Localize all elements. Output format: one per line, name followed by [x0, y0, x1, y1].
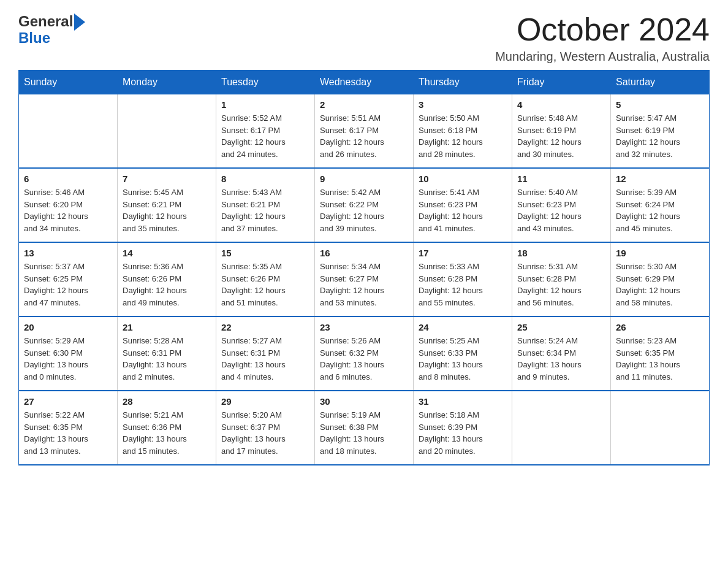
weekday-header-monday: Monday [118, 71, 216, 94]
day-info: Sunrise: 5:39 AM Sunset: 6:24 PM Dayligh… [616, 186, 704, 234]
calendar-cell: 5Sunrise: 5:47 AM Sunset: 6:19 PM Daylig… [611, 94, 710, 169]
day-number: 11 [517, 174, 605, 184]
day-number: 6 [24, 174, 112, 184]
day-info: Sunrise: 5:43 AM Sunset: 6:21 PM Dayligh… [221, 186, 309, 234]
calendar-cell: 28Sunrise: 5:21 AM Sunset: 6:36 PM Dayli… [118, 391, 216, 465]
calendar-cell: 27Sunrise: 5:22 AM Sunset: 6:35 PM Dayli… [19, 391, 118, 465]
calendar-cell: 9Sunrise: 5:42 AM Sunset: 6:22 PM Daylig… [315, 168, 414, 242]
calendar-table: SundayMondayTuesdayWednesdayThursdayFrid… [18, 70, 710, 465]
logo: General Blue [18, 12, 88, 47]
calendar-body: 1Sunrise: 5:52 AM Sunset: 6:17 PM Daylig… [19, 94, 710, 465]
day-number: 2 [320, 99, 408, 110]
calendar-cell: 23Sunrise: 5:26 AM Sunset: 6:32 PM Dayli… [315, 316, 414, 391]
day-number: 3 [419, 99, 507, 110]
day-info: Sunrise: 5:37 AM Sunset: 6:25 PM Dayligh… [24, 261, 112, 308]
day-number: 10 [419, 174, 507, 184]
day-info: Sunrise: 5:45 AM Sunset: 6:21 PM Dayligh… [123, 186, 211, 234]
day-info: Sunrise: 5:48 AM Sunset: 6:19 PM Dayligh… [517, 112, 605, 160]
day-info: Sunrise: 5:41 AM Sunset: 6:23 PM Dayligh… [419, 186, 507, 234]
calendar-week-4: 20Sunrise: 5:29 AM Sunset: 6:30 PM Dayli… [19, 316, 710, 391]
calendar-cell: 16Sunrise: 5:34 AM Sunset: 6:27 PM Dayli… [315, 242, 414, 316]
day-number: 30 [320, 396, 408, 407]
calendar-cell: 3Sunrise: 5:50 AM Sunset: 6:18 PM Daylig… [414, 94, 512, 169]
day-info: Sunrise: 5:47 AM Sunset: 6:19 PM Dayligh… [616, 112, 704, 160]
day-number: 24 [419, 322, 507, 332]
weekday-header-saturday: Saturday [611, 71, 710, 94]
day-info: Sunrise: 5:22 AM Sunset: 6:35 PM Dayligh… [24, 409, 112, 457]
day-number: 5 [616, 99, 704, 110]
day-info: Sunrise: 5:27 AM Sunset: 6:31 PM Dayligh… [221, 335, 309, 383]
weekday-header-sunday: Sunday [19, 71, 118, 94]
day-number: 1 [221, 99, 309, 110]
day-info: Sunrise: 5:21 AM Sunset: 6:36 PM Dayligh… [123, 409, 211, 457]
calendar-cell: 10Sunrise: 5:41 AM Sunset: 6:23 PM Dayli… [414, 168, 512, 242]
calendar-cell: 20Sunrise: 5:29 AM Sunset: 6:30 PM Dayli… [19, 316, 118, 391]
day-info: Sunrise: 5:33 AM Sunset: 6:28 PM Dayligh… [419, 261, 507, 308]
day-info: Sunrise: 5:40 AM Sunset: 6:23 PM Dayligh… [517, 186, 605, 234]
day-info: Sunrise: 5:36 AM Sunset: 6:26 PM Dayligh… [123, 261, 211, 308]
calendar-cell: 1Sunrise: 5:52 AM Sunset: 6:17 PM Daylig… [216, 94, 315, 169]
day-number: 17 [419, 248, 507, 258]
day-info: Sunrise: 5:51 AM Sunset: 6:17 PM Dayligh… [320, 112, 408, 160]
calendar-week-5: 27Sunrise: 5:22 AM Sunset: 6:35 PM Dayli… [19, 391, 710, 465]
calendar-cell: 6Sunrise: 5:46 AM Sunset: 6:20 PM Daylig… [19, 168, 118, 242]
day-number: 31 [419, 396, 507, 407]
calendar-cell: 14Sunrise: 5:36 AM Sunset: 6:26 PM Dayli… [118, 242, 216, 316]
day-info: Sunrise: 5:42 AM Sunset: 6:22 PM Dayligh… [320, 186, 408, 234]
calendar-cell: 19Sunrise: 5:30 AM Sunset: 6:29 PM Dayli… [611, 242, 710, 316]
calendar-cell: 21Sunrise: 5:28 AM Sunset: 6:31 PM Dayli… [118, 316, 216, 391]
calendar-cell: 13Sunrise: 5:37 AM Sunset: 6:25 PM Dayli… [19, 242, 118, 316]
calendar-cell: 7Sunrise: 5:45 AM Sunset: 6:21 PM Daylig… [118, 168, 216, 242]
day-number: 14 [123, 248, 211, 258]
title-section: October 2024 Mundaring, Western Australi… [495, 12, 710, 64]
day-number: 20 [24, 322, 112, 332]
calendar-cell: 25Sunrise: 5:24 AM Sunset: 6:34 PM Dayli… [512, 316, 611, 391]
day-number: 23 [320, 322, 408, 332]
day-number: 28 [123, 396, 211, 407]
day-number: 18 [517, 248, 605, 258]
calendar-cell: 2Sunrise: 5:51 AM Sunset: 6:17 PM Daylig… [315, 94, 414, 169]
day-info: Sunrise: 5:30 AM Sunset: 6:29 PM Dayligh… [616, 261, 704, 308]
calendar-cell [611, 391, 710, 465]
day-info: Sunrise: 5:24 AM Sunset: 6:34 PM Dayligh… [517, 335, 605, 383]
calendar-cell: 4Sunrise: 5:48 AM Sunset: 6:19 PM Daylig… [512, 94, 611, 169]
day-info: Sunrise: 5:26 AM Sunset: 6:32 PM Dayligh… [320, 335, 408, 383]
day-info: Sunrise: 5:35 AM Sunset: 6:26 PM Dayligh… [221, 261, 309, 308]
day-number: 19 [616, 248, 704, 258]
day-number: 8 [221, 174, 309, 184]
calendar-header: SundayMondayTuesdayWednesdayThursdayFrid… [19, 71, 710, 94]
day-info: Sunrise: 5:34 AM Sunset: 6:27 PM Dayligh… [320, 261, 408, 308]
calendar-week-3: 13Sunrise: 5:37 AM Sunset: 6:25 PM Dayli… [19, 242, 710, 316]
day-number: 7 [123, 174, 211, 184]
month-title: October 2024 [495, 12, 710, 47]
calendar-week-1: 1Sunrise: 5:52 AM Sunset: 6:17 PM Daylig… [19, 94, 710, 169]
day-number: 29 [221, 396, 309, 407]
day-info: Sunrise: 5:46 AM Sunset: 6:20 PM Dayligh… [24, 186, 112, 234]
svg-marker-0 [74, 13, 85, 31]
day-info: Sunrise: 5:20 AM Sunset: 6:37 PM Dayligh… [221, 409, 309, 457]
logo-blue-text: Blue [18, 29, 50, 47]
weekday-header-wednesday: Wednesday [315, 71, 414, 94]
calendar-cell: 24Sunrise: 5:25 AM Sunset: 6:33 PM Dayli… [414, 316, 512, 391]
day-number: 22 [221, 322, 309, 332]
day-number: 26 [616, 322, 704, 332]
calendar-cell: 11Sunrise: 5:40 AM Sunset: 6:23 PM Dayli… [512, 168, 611, 242]
calendar-cell: 15Sunrise: 5:35 AM Sunset: 6:26 PM Dayli… [216, 242, 315, 316]
day-number: 9 [320, 174, 408, 184]
day-number: 16 [320, 248, 408, 258]
calendar-cell: 29Sunrise: 5:20 AM Sunset: 6:37 PM Dayli… [216, 391, 315, 465]
day-info: Sunrise: 5:31 AM Sunset: 6:28 PM Dayligh… [517, 261, 605, 308]
day-info: Sunrise: 5:28 AM Sunset: 6:31 PM Dayligh… [123, 335, 211, 383]
calendar-week-2: 6Sunrise: 5:46 AM Sunset: 6:20 PM Daylig… [19, 168, 710, 242]
day-info: Sunrise: 5:25 AM Sunset: 6:33 PM Dayligh… [419, 335, 507, 383]
day-info: Sunrise: 5:29 AM Sunset: 6:30 PM Dayligh… [24, 335, 112, 383]
weekday-header-thursday: Thursday [414, 71, 512, 94]
day-number: 12 [616, 174, 704, 184]
calendar-cell: 17Sunrise: 5:33 AM Sunset: 6:28 PM Dayli… [414, 242, 512, 316]
day-info: Sunrise: 5:23 AM Sunset: 6:35 PM Dayligh… [616, 335, 704, 383]
day-number: 21 [123, 322, 211, 332]
calendar-cell: 22Sunrise: 5:27 AM Sunset: 6:31 PM Dayli… [216, 316, 315, 391]
day-number: 4 [517, 99, 605, 110]
day-number: 25 [517, 322, 605, 332]
day-number: 13 [24, 248, 112, 258]
